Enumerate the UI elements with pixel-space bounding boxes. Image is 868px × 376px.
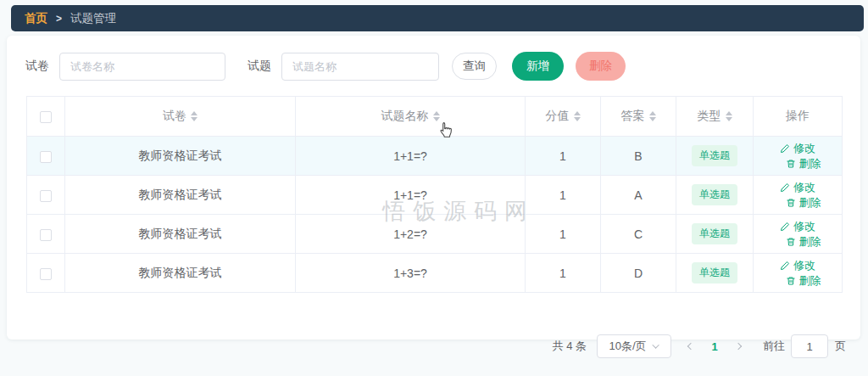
edit-link[interactable]: 修改 (780, 258, 815, 273)
delete-link[interactable]: 删除 (786, 195, 821, 210)
edit-link[interactable]: 修改 (780, 180, 815, 195)
type-badge: 单选题 (692, 223, 737, 244)
goto-label: 前往 (763, 339, 785, 354)
paper-label: 试卷 (25, 59, 49, 74)
cell-answer: B (601, 137, 676, 176)
cell-paper: 教师资格证考试 (65, 176, 296, 215)
row-checkbox[interactable] (40, 151, 52, 163)
cell-answer: C (601, 215, 676, 254)
prev-page-button[interactable] (680, 334, 702, 358)
delete-link[interactable]: 删除 (786, 273, 821, 289)
cell-question: 1+2=? (296, 215, 526, 254)
row-checkbox[interactable] (40, 190, 52, 202)
select-all-checkbox[interactable] (40, 111, 52, 123)
cell-score: 1 (526, 254, 601, 293)
cell-question: 1+3=? (296, 254, 526, 293)
search-toolbar: 试卷 试题 查询 新增 删除 (7, 36, 860, 81)
page-number-current[interactable]: 1 (707, 340, 722, 353)
table-row[interactable]: 教师资格证考试 1+2=? 1 C 单选题 修改 删除 (27, 215, 843, 254)
type-badge: 单选题 (692, 184, 737, 205)
total-count: 共 4 条 (553, 339, 587, 354)
column-header-type[interactable]: 类型 (676, 97, 754, 137)
table-row[interactable]: 教师资格证考试 1+1=? 1 A 单选题 修改 删除 (27, 176, 843, 215)
sort-icon[interactable] (726, 111, 732, 121)
cell-score: 1 (526, 137, 601, 176)
sort-icon[interactable] (191, 111, 198, 121)
delete-button[interactable]: 删除 (576, 52, 626, 81)
chevron-right-icon (735, 343, 742, 350)
trash-icon (786, 237, 796, 247)
edit-link[interactable]: 修改 (780, 219, 815, 234)
chevron-left-icon (687, 343, 694, 350)
cell-paper: 教师资格证考试 (65, 137, 296, 176)
delete-link[interactable]: 删除 (786, 234, 821, 250)
breadcrumb: 首页 > 试题管理 (11, 5, 864, 31)
edit-pencil-icon (780, 261, 790, 271)
goto-page-input[interactable] (791, 334, 828, 358)
edit-pencil-icon (780, 222, 790, 232)
breadcrumb-home-link[interactable]: 首页 (25, 11, 47, 26)
cell-paper: 教师资格证考试 (65, 215, 296, 254)
trash-icon (786, 276, 796, 286)
table-header-row: 试卷 试题名称 分值 答案 类型 操作 (27, 97, 843, 137)
cell-answer: A (601, 176, 676, 215)
cell-answer: D (601, 254, 676, 293)
row-checkbox[interactable] (40, 268, 52, 280)
next-page-button[interactable] (727, 334, 749, 358)
question-name-input[interactable] (281, 53, 439, 81)
query-button[interactable]: 查询 (452, 53, 497, 80)
column-header-paper[interactable]: 试卷 (65, 97, 296, 137)
trash-icon (786, 159, 796, 169)
sort-icon[interactable] (433, 111, 440, 121)
cell-question: 1+1=? (296, 137, 526, 176)
table-row[interactable]: 教师资格证考试 1+1=? 1 B 单选题 修改 删除 (27, 137, 843, 176)
add-button[interactable]: 新增 (512, 52, 564, 81)
row-checkbox[interactable] (40, 229, 52, 241)
column-header-answer[interactable]: 答案 (601, 97, 676, 137)
questions-table: 试卷 试题名称 分值 答案 类型 操作 (26, 96, 860, 293)
content-panel: 试卷 试题 查询 新增 删除 试卷 试题名称 (7, 36, 860, 340)
sort-icon[interactable] (574, 111, 581, 121)
trash-icon (786, 198, 796, 208)
table-row[interactable]: 教师资格证考试 1+3=? 1 D 单选题 修改 删除 (27, 254, 843, 293)
edit-pencil-icon (780, 143, 790, 154)
paper-name-input[interactable] (59, 53, 225, 81)
chevron-down-icon (652, 341, 659, 348)
column-header-question[interactable]: 试题名称 (296, 97, 526, 137)
cell-score: 1 (526, 215, 601, 254)
question-label: 试题 (248, 59, 271, 74)
column-header-score[interactable]: 分值 (526, 97, 601, 137)
page-size-select[interactable]: 10条/页 (597, 334, 671, 358)
sort-icon[interactable] (649, 111, 656, 121)
cell-paper: 教师资格证考试 (65, 254, 296, 293)
edit-pencil-icon (780, 182, 790, 193)
type-badge: 单选题 (692, 145, 737, 166)
pagination: 共 4 条 10条/页 1 前往 页 (553, 334, 846, 358)
cell-question: 1+1=? (296, 176, 526, 215)
type-badge: 单选题 (692, 262, 737, 283)
delete-link[interactable]: 删除 (786, 156, 821, 171)
breadcrumb-separator: > (56, 13, 62, 25)
column-header-actions: 操作 (754, 97, 843, 137)
cell-score: 1 (526, 176, 601, 215)
edit-link[interactable]: 修改 (780, 141, 815, 156)
breadcrumb-current: 试题管理 (70, 11, 116, 26)
page-unit-label: 页 (835, 339, 846, 354)
